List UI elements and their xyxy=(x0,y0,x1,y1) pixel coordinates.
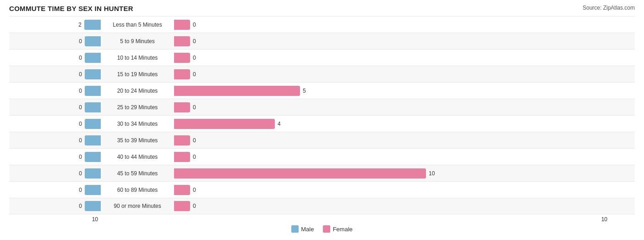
female-label: Female xyxy=(333,226,352,233)
female-value: 0 xyxy=(193,137,200,144)
table-row: 0 10 to 14 Minutes 0 xyxy=(9,49,635,66)
female-swatch xyxy=(323,225,330,233)
male-value: 0 xyxy=(75,154,82,160)
female-bar xyxy=(174,86,300,96)
left-section: 0 xyxy=(9,102,101,112)
table-row: 0 45 to 59 Minutes 10 xyxy=(9,165,635,181)
row-label: 25 to 29 Minutes xyxy=(101,104,174,111)
female-bar xyxy=(174,36,190,46)
male-value: 0 xyxy=(75,38,82,45)
table-row: 0 15 to 19 Minutes 0 xyxy=(9,66,635,82)
male-bar xyxy=(85,53,101,63)
male-bar xyxy=(85,152,101,162)
female-value: 0 xyxy=(193,71,200,78)
male-bar xyxy=(85,201,101,211)
table-row: 0 25 to 29 Minutes 0 xyxy=(9,99,635,115)
row-label: Less than 5 Minutes xyxy=(101,22,174,28)
female-value: 0 xyxy=(193,55,200,61)
right-section: 5 xyxy=(174,86,635,96)
male-bar xyxy=(85,69,101,79)
male-bar xyxy=(85,185,101,195)
axis-right-label: 10 xyxy=(174,216,635,223)
left-section: 0 xyxy=(9,201,101,211)
female-bar xyxy=(174,135,190,145)
male-value: 0 xyxy=(75,187,82,193)
female-value: 0 xyxy=(193,154,200,160)
male-bar xyxy=(85,86,101,96)
left-section: 0 xyxy=(9,69,101,79)
male-bar xyxy=(85,102,101,112)
right-section: 0 xyxy=(174,152,635,162)
row-label: 5 to 9 Minutes xyxy=(101,38,174,45)
source-text: Source: ZipAtlas.com xyxy=(583,5,635,11)
left-section: 0 xyxy=(9,168,101,179)
male-label: Male xyxy=(301,226,314,233)
male-value: 0 xyxy=(75,170,82,177)
left-section: 0 xyxy=(9,119,101,129)
legend-row: Male Female xyxy=(9,225,635,233)
female-value: 0 xyxy=(193,203,200,209)
male-value: 0 xyxy=(75,55,82,61)
right-section: 0 xyxy=(174,185,635,195)
row-label: 20 to 24 Minutes xyxy=(101,88,174,94)
chart-area: 2 Less than 5 Minutes 0 0 5 to 9 Minutes… xyxy=(9,16,635,233)
table-row: 0 35 to 39 Minutes 0 xyxy=(9,132,635,148)
left-section: 0 xyxy=(9,152,101,162)
axis-row: 10 10 xyxy=(9,216,635,223)
row-label: 35 to 39 Minutes xyxy=(101,137,174,144)
male-bar xyxy=(85,168,101,179)
right-section: 0 xyxy=(174,201,635,211)
row-label: 90 or more Minutes xyxy=(101,203,174,209)
left-section: 0 xyxy=(9,53,101,63)
right-section: 0 xyxy=(174,53,635,63)
male-value: 0 xyxy=(75,71,82,78)
legend-female: Female xyxy=(323,225,352,233)
table-row: 0 90 or more Minutes 0 xyxy=(9,198,635,214)
male-bar xyxy=(85,135,101,145)
legend-male: Male xyxy=(291,225,314,233)
female-bar xyxy=(174,152,190,162)
female-bar xyxy=(174,102,190,112)
chart-title: COMMUTE TIME BY SEX IN HUNTER xyxy=(9,5,133,12)
right-section: 4 xyxy=(174,119,635,129)
table-row: 0 5 to 9 Minutes 0 xyxy=(9,33,635,49)
right-section: 0 xyxy=(174,36,635,46)
row-label: 15 to 19 Minutes xyxy=(101,71,174,78)
right-section: 0 xyxy=(174,102,635,112)
male-value: 0 xyxy=(75,121,82,127)
male-value: 0 xyxy=(75,88,82,94)
female-value: 0 xyxy=(193,22,200,28)
female-value: 0 xyxy=(193,38,200,45)
male-value: 0 xyxy=(75,203,82,209)
row-label: 10 to 14 Minutes xyxy=(101,55,174,61)
table-row: 0 40 to 44 Minutes 0 xyxy=(9,148,635,165)
table-row: 0 60 to 89 Minutes 0 xyxy=(9,181,635,198)
female-bar xyxy=(174,53,190,63)
table-row: 2 Less than 5 Minutes 0 xyxy=(9,16,635,33)
female-value: 5 xyxy=(303,88,310,94)
female-bar xyxy=(174,185,190,195)
table-row: 0 20 to 24 Minutes 5 xyxy=(9,82,635,99)
male-bar xyxy=(85,119,101,129)
male-bar xyxy=(85,36,101,46)
axis-left-label: 10 xyxy=(9,216,101,223)
left-section: 0 xyxy=(9,135,101,145)
left-section: 0 xyxy=(9,36,101,46)
female-value: 0 xyxy=(193,104,200,111)
female-value: 0 xyxy=(193,187,200,193)
row-label: 60 to 89 Minutes xyxy=(101,187,174,193)
right-section: 0 xyxy=(174,135,635,145)
female-value: 10 xyxy=(429,170,436,177)
row-label: 40 to 44 Minutes xyxy=(101,154,174,160)
female-bar xyxy=(174,20,190,30)
male-value: 0 xyxy=(75,104,82,111)
female-value: 4 xyxy=(278,121,285,127)
male-bar xyxy=(84,20,101,30)
row-label: 45 to 59 Minutes xyxy=(101,170,174,177)
table-row: 0 30 to 34 Minutes 4 xyxy=(9,115,635,132)
female-bar xyxy=(174,69,190,79)
male-swatch xyxy=(291,225,299,233)
left-section: 2 xyxy=(9,20,101,30)
right-section: 10 xyxy=(174,168,635,179)
left-section: 0 xyxy=(9,86,101,96)
